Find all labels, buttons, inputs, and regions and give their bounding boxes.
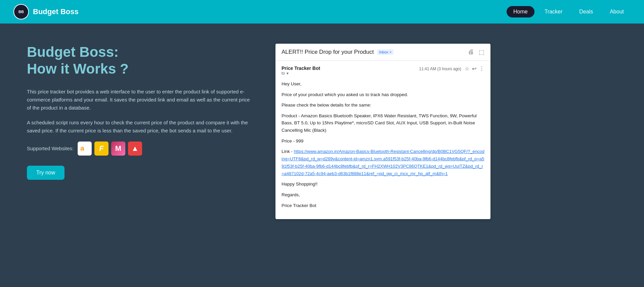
product-name: Amazon Basics Bluetooth Speaker, IPX6 Wa…: [282, 113, 477, 133]
print-icon[interactable]: 🖨: [468, 48, 474, 56]
email-greeting: Hey User,: [282, 80, 484, 88]
brand: BB Budget Boss: [13, 4, 507, 19]
hero-para1: This price tracker bot provides a web in…: [27, 88, 255, 112]
email-meta-icons: ☆ ↩ ⋮: [465, 66, 484, 72]
meesho-icon: M: [111, 141, 125, 156]
amazon-icon: a: [78, 141, 92, 156]
inbox-badge-close[interactable]: ×: [390, 50, 392, 54]
email-top-actions: 🖨 ⬚: [468, 48, 484, 56]
left-panel: Budget Boss: How it Works ? This price t…: [27, 44, 255, 180]
nav-about[interactable]: About: [603, 6, 631, 17]
svg-text:a: a: [80, 144, 84, 152]
email-line2: Please check the below details for the s…: [282, 101, 484, 109]
email-preview: ALERT!! Price Drop for your Product Inbo…: [275, 44, 490, 219]
email-from-row: Price Tracker Bot to ▼ 11:41 AM (3 hours…: [282, 66, 484, 76]
email-subject: ALERT!! Price Drop for your Product: [282, 49, 374, 55]
email-timestamp: 11:41 AM (3 hours ago): [419, 67, 461, 71]
main-content: Budget Boss: How it Works ? This price t…: [0, 24, 644, 233]
dropdown-arrow-icon[interactable]: ▼: [286, 72, 289, 75]
email-body: Price Tracker Bot to ▼ 11:41 AM (3 hours…: [275, 61, 490, 219]
navbar: BB Budget Boss Home Tracker Deals About: [0, 0, 644, 24]
email-product: Product - Amazon Basics Bluetooth Speake…: [282, 112, 484, 134]
supported-label: Supported Websites:: [27, 146, 74, 151]
email-sender-info: Price Tracker Bot to ▼: [282, 66, 320, 76]
flipkart-icon: F: [94, 141, 109, 156]
email-meta-right: 11:41 AM (3 hours ago) ☆ ↩ ⋮: [419, 66, 484, 72]
email-from-name: Price Tracker Bot: [282, 66, 320, 71]
email-price: Price - 999: [282, 137, 484, 145]
inbox-badge: Inbox ×: [377, 49, 394, 55]
open-external-icon[interactable]: ⬚: [479, 48, 484, 56]
email-line1: Price of your product which you asked us…: [282, 91, 484, 98]
more-options-icon[interactable]: ⋮: [479, 66, 484, 72]
supported-websites: Supported Websites: a F M ▲: [27, 141, 255, 156]
email-link-row: Link - https://www.amazon.in/Amazon-Basi…: [282, 148, 484, 177]
nav-deals[interactable]: Deals: [572, 6, 600, 17]
email-text-content: Hey User, Price of your product which yo…: [282, 80, 484, 209]
reply-icon[interactable]: ↩: [472, 66, 476, 72]
email-closing3: Price Tracker Bot: [282, 202, 484, 209]
hero-para2: A scheduled script runs every hour to ch…: [27, 119, 255, 135]
hero-title: Budget Boss: How it Works ?: [27, 44, 255, 78]
price-label: Price -: [282, 138, 295, 144]
try-now-button[interactable]: Try now: [27, 166, 65, 180]
email-subject-area: ALERT!! Price Drop for your Product Inbo…: [282, 49, 393, 55]
nav-home[interactable]: Home: [507, 6, 534, 17]
brand-logo: BB: [13, 4, 29, 19]
email-closing2: Regards,: [282, 191, 484, 199]
email-closing1: Happy Shopping!!: [282, 180, 484, 188]
brand-name: Budget Boss: [33, 7, 79, 16]
star-icon[interactable]: ☆: [465, 66, 469, 72]
product-link[interactable]: https://www.amazon.in/Amazon-Basics-Blue…: [282, 149, 484, 176]
link-label: Link -: [282, 149, 293, 154]
nav-menu: Home Tracker Deals About: [507, 6, 631, 17]
nav-tracker[interactable]: Tracker: [538, 6, 569, 17]
email-to-row: to ▼: [282, 71, 320, 76]
price-value: 999: [296, 138, 304, 144]
product-label: Product -: [282, 113, 300, 118]
boat-icon: ▲: [128, 141, 142, 156]
email-header: ALERT!! Price Drop for your Product Inbo…: [275, 44, 490, 61]
